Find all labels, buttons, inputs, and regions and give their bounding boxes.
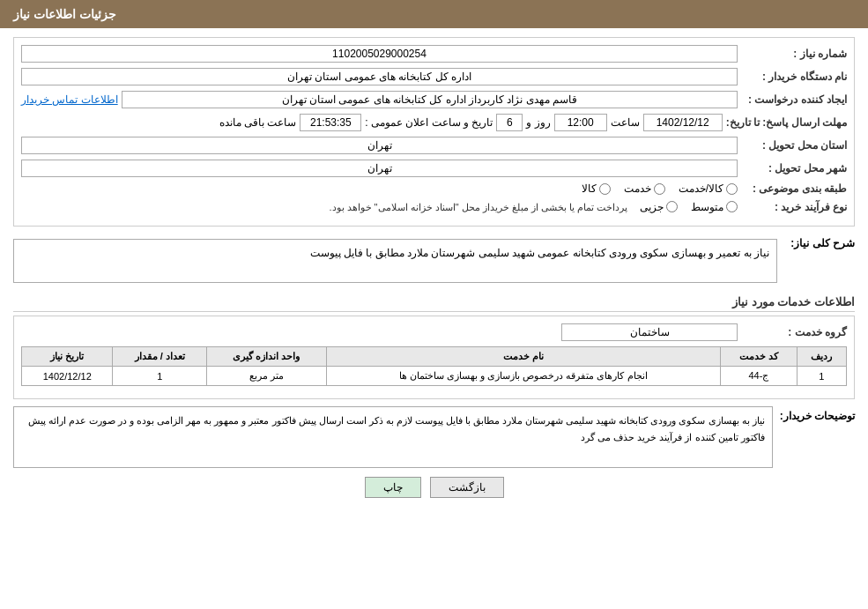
buttons-row: بازگشت چاپ [13,477,855,498]
col-vahad: واحد اندازه گیری [207,347,326,367]
sharch-value: نیاز به تعمیر و بهسازی سکوی ورودی کتابخا… [13,239,777,283]
nam-dastgah-value: اداره کل کتابخانه های عمومی استان تهران [21,68,738,85]
nam-dastgah-label: نام دستگاه خریدار : [741,71,847,83]
radio-jozei-label: جزیی [640,201,664,213]
radio-kala-khadmat: کالا/خدمت [679,182,738,195]
shahr-row: شهر محل تحویل : تهران [21,160,847,177]
radio-jozei-input[interactable] [666,201,678,212]
radio-kala-label: کالا [582,182,597,195]
cell-tarikh: 1402/12/12 [22,367,113,386]
radio-kala-khadmat-input[interactable] [726,183,738,195]
grohe-khadmat-row: گروه خدمت : ساختمان [21,323,847,341]
radio-khadmat-input[interactable] [654,183,665,195]
remaining-value: 21:53:35 [300,114,361,131]
grohe-khadmat-label: گروه خدمت : [741,326,847,338]
page-title: جزئیات اطلاعات نیاز [13,7,116,21]
tabaghe-radio-group: کالا/خدمت خدمت کالا [582,182,738,195]
radio-motavaset: متوسط [691,201,738,213]
date-value: 1402/12/12 [643,114,723,131]
services-table: ردیف کد خدمت نام خدمت واحد اندازه گیری ت… [21,346,847,386]
tabaghe-label: طبقه بندی موضوعی : [741,182,847,195]
tarighe-note: پرداخت تمام یا بخشی از مبلغ خریداز محل "… [329,202,627,213]
tarighe-row: نوع فرآیند خرید : متوسط جزیی پرداخت تمام… [21,200,847,213]
ostan-label: استان محل تحویل : [741,139,847,152]
cell-tedad: 1 [113,367,207,386]
tarighe-label: نوع فرآیند خرید : [741,201,847,213]
taarikh-label: تاریخ و ساعت اعلان عمومی : [365,116,493,129]
ostan-row: استان محل تحویل : تهران [21,137,847,154]
content-area: شماره نیاز : 1102005029000254 نام دستگاه… [0,28,868,507]
chap-button[interactable]: چاپ [365,477,421,498]
ostan-value: تهران [21,137,738,154]
ijad-konande-row: ایجاد کننده درخواست : قاسم مهدی نژاد کار… [21,91,847,108]
ettelaat-link[interactable]: اطلاعات تماس خریدار [21,93,118,106]
radio-kala-input[interactable] [599,183,611,195]
sharch-section: شرح کلی نیاز: نیاز به تعمیر و بهسازی سکو… [13,234,855,288]
tarighe-radio-group: متوسط جزیی [640,201,738,213]
shomare-niaz-value: 1102005029000254 [21,45,738,63]
tabaghe-row: طبقه بندی موضوعی : کالا/خدمت خدمت کالا [21,182,847,195]
time-label: ساعت [611,116,640,129]
radio-jozei: جزیی [640,201,678,213]
shomare-niaz-label: شماره نیاز : [741,48,847,60]
cell-code_khadmat: ج-44 [721,367,798,386]
table-row: 1ج-44انجام کارهای متفرقه درخصوص بازسازی … [22,367,847,386]
shahr-value: تهران [21,160,738,177]
cell-name_khadmat: انجام کارهای متفرقه درخصوص بازسازی و بهس… [326,367,721,386]
col-code: کد خدمت [721,347,798,367]
radio-khadmat: خدمت [624,182,665,195]
page-container: جزئیات اطلاعات نیاز شماره نیاز : 1102005… [0,0,868,609]
cell-vahad: متر مربع [207,367,326,386]
bazgasht-button[interactable]: بازگشت [430,477,504,498]
grohe-khadmat-value: ساختمان [561,323,738,341]
radio-khadmat-label: خدمت [624,182,651,195]
col-tarikh: تاریخ نیاز [22,347,113,367]
radio-motavaset-input[interactable] [726,201,738,212]
sharch-label: شرح کلی نیاز: [784,234,855,249]
services-section-title: اطلاعات خدمات مورد نیاز [13,295,855,312]
nam-dastgah-row: نام دستگاه خریدار : اداره کل کتابخانه ها… [21,68,847,85]
time-value: 12:00 [554,114,607,131]
mohlat-label: مهلت ارسال پاسخ: تا تاریخ: [726,116,847,129]
mohlat-row: مهلت ارسال پاسخ: تا تاریخ: 1402/12/12 سا… [21,114,847,131]
remaining-label: ساعت باقی مانده [219,116,297,129]
shahr-label: شهر محل تحویل : [741,162,847,175]
days-value: 6 [496,114,523,131]
radio-kala: کالا [582,182,611,195]
radio-kala-khadmat-label: کالا/خدمت [679,182,723,195]
tawzihat-label: توضیحات خریدار: [780,406,855,422]
tawzihat-section: توضیحات خریدار: نیاز به بهسازی سکوی ورود… [13,406,855,468]
main-info-section: شماره نیاز : 1102005029000254 نام دستگاه… [13,37,855,227]
days-label: روز و [526,116,550,129]
page-header: جزئیات اطلاعات نیاز [0,0,868,28]
ijad-konande-value: قاسم مهدی نژاد کاربرداز اداره کل کتابخان… [122,91,738,108]
services-section: گروه خدمت : ساختمان ردیف کد خدمت نام خدم… [13,316,855,399]
col-radif: ردیف [797,347,846,367]
cell-radif: 1 [797,367,846,386]
tawzihat-value: نیاز به بهسازی سکوی ورودی کتابخانه شهید … [13,406,773,468]
shomare-niaz-row: شماره نیاز : 1102005029000254 [21,45,847,63]
radio-motavaset-label: متوسط [691,201,723,213]
ijad-konande-label: ایجاد کننده درخواست : [741,93,847,106]
col-name: نام خدمت [326,347,721,367]
col-tedad: تعداد / مقدار [113,347,207,367]
